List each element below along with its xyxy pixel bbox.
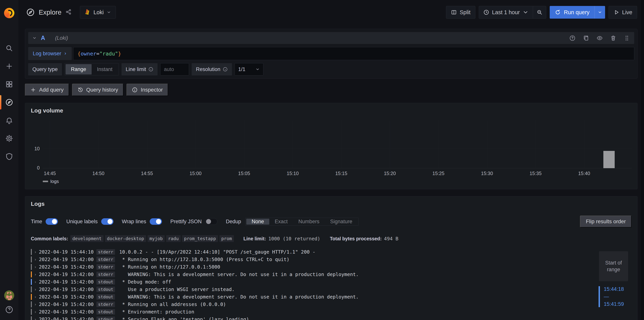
- log-row[interactable]: ›2022-04-19 15:42:00stderr WARNING: This…: [31, 271, 632, 278]
- time-range-label: Last 1 hour: [492, 9, 520, 16]
- info-circle-icon: [132, 87, 138, 93]
- x-tick-label: 14:50: [92, 171, 104, 176]
- range-times-nav[interactable]: 15:44:18 — 15:41:59: [598, 286, 624, 307]
- log-row[interactable]: ›2022-04-19 15:42:00stderr * Running on …: [31, 256, 632, 263]
- run-query-dropdown-button[interactable]: [594, 6, 605, 19]
- split-button[interactable]: Split: [446, 6, 475, 19]
- log-row[interactable]: ›2022-04-19 15:42:00stdout WARNING: This…: [31, 293, 632, 301]
- inspector-button[interactable]: Inspector: [126, 84, 168, 96]
- sidebar-item-help[interactable]: [5, 305, 14, 315]
- flip-results-order-button[interactable]: Flip results order: [580, 216, 632, 227]
- info-circle-icon: [148, 67, 153, 72]
- expand-chevron-icon[interactable]: ›: [34, 257, 36, 262]
- expand-chevron-icon[interactable]: ›: [34, 310, 36, 314]
- log-channel-chip: stdout: [96, 287, 115, 292]
- log-message: Use a production WSGI server instead.: [119, 287, 234, 292]
- expand-chevron-icon[interactable]: ›: [34, 287, 36, 292]
- remove-query-trash-icon[interactable]: [610, 35, 616, 41]
- log-row[interactable]: ›2022-04-19 15:42:00stderr * Running on …: [31, 301, 632, 308]
- dedup-option-exact[interactable]: Exact: [269, 219, 293, 225]
- total-bytes-value: 494 B: [384, 236, 398, 241]
- log-message: * Running on all addresses (0.0.0.0): [119, 301, 226, 307]
- drag-handle-icon[interactable]: [624, 35, 630, 41]
- share-shortlink-button[interactable]: [65, 9, 72, 16]
- expand-chevron-icon[interactable]: ›: [34, 302, 36, 307]
- logs-title: Logs: [31, 201, 632, 207]
- time-range-button[interactable]: Last 1 hour: [479, 6, 533, 19]
- range-to-time: 15:41:59: [604, 301, 624, 307]
- log-row[interactable]: ›2022-04-19 15:42:00stdout * Serving Fla…: [31, 315, 632, 320]
- query-token: "radu": [99, 51, 118, 57]
- hide-query-eye-icon[interactable]: [596, 35, 603, 41]
- dedup-option-none[interactable]: None: [246, 219, 270, 225]
- user-avatar[interactable]: [4, 290, 14, 300]
- log-channel-chip: stderr: [96, 249, 115, 255]
- query-history-button[interactable]: Query history: [72, 84, 124, 96]
- x-tick-label: 15:10: [287, 171, 299, 176]
- dedup-option-signature[interactable]: Signature: [325, 219, 358, 225]
- log-channel-chip: stdout: [96, 294, 115, 300]
- chart-plot-area[interactable]: [43, 120, 632, 168]
- zoom-out-time-button[interactable]: [533, 6, 546, 19]
- log-channel-chip: stderr: [96, 264, 115, 270]
- log-row[interactable]: ›2022-04-19 15:42:00stdout * Environment…: [31, 308, 632, 315]
- chevron-down-icon: [256, 67, 260, 71]
- expand-chevron-icon[interactable]: ›: [34, 272, 36, 277]
- gridline: [341, 120, 342, 168]
- chevron-down-icon: [107, 10, 111, 14]
- collapse-chevron-icon[interactable]: [32, 36, 36, 40]
- toggle-switch[interactable]: [101, 218, 114, 225]
- common-label-chip: docker-desktop: [105, 235, 146, 242]
- log-row[interactable]: ›2022-04-19 15:42:00stdout Use a product…: [31, 286, 632, 293]
- toggle-switch[interactable]: [150, 218, 162, 225]
- sidebar-item-explore[interactable]: [0, 93, 18, 111]
- log-row[interactable]: ›2022-04-19 15:44:10stderr10.0.0.2 - - […: [31, 248, 632, 256]
- query-editor-panel: A (Loki) Log browser: [25, 29, 638, 79]
- chevron-down-icon: [522, 9, 528, 15]
- log-browser-button[interactable]: Log browser: [28, 47, 72, 60]
- query-type-instant[interactable]: Instant: [92, 64, 118, 74]
- grafana-logo[interactable]: [0, 4, 18, 23]
- sidebar-item-dashboards[interactable]: [0, 75, 18, 93]
- log-row[interactable]: ›2022-04-19 15:42:00stderr * Running on …: [31, 263, 632, 271]
- play-icon: [613, 9, 620, 15]
- expand-chevron-icon[interactable]: ›: [34, 265, 36, 269]
- expand-chevron-icon[interactable]: ›: [34, 250, 36, 254]
- sidebar-item-configuration[interactable]: [0, 129, 18, 147]
- chevron-down-icon: [598, 10, 602, 14]
- query-type-range[interactable]: Range: [66, 64, 92, 74]
- log-message: * Serving Flask app 'testapp' (lazy load…: [119, 316, 249, 320]
- datasource-picker[interactable]: Loki: [80, 6, 116, 19]
- query-help-icon[interactable]: [569, 35, 576, 41]
- run-query-button[interactable]: Run query: [550, 6, 594, 19]
- toggle-switch[interactable]: [46, 218, 58, 225]
- expand-chevron-icon[interactable]: ›: [34, 317, 36, 320]
- sidebar-item-alerting[interactable]: [0, 111, 18, 129]
- query-token: }: [118, 51, 121, 57]
- log-row[interactable]: ›2022-04-19 15:42:00stdout * Debug mode:…: [31, 278, 632, 286]
- sidebar-item-server-admin[interactable]: [0, 147, 18, 166]
- log-volume-bar[interactable]: [603, 151, 615, 168]
- legend-item-logs[interactable]: logs: [43, 178, 632, 185]
- scrollbar-track[interactable]: [641, 0, 644, 320]
- resolution-select[interactable]: 1/1: [234, 63, 263, 75]
- live-button[interactable]: Live: [608, 6, 637, 19]
- common-label-chip: radu: [166, 235, 180, 242]
- copy-query-icon[interactable]: [583, 35, 589, 41]
- bell-icon: [5, 116, 13, 124]
- line-limit-input[interactable]: auto: [160, 63, 189, 75]
- expand-chevron-icon[interactable]: ›: [34, 280, 36, 284]
- x-tick-label: 15:40: [578, 171, 590, 176]
- toggle-label: Prettify JSON: [170, 219, 202, 225]
- logql-query-input[interactable]: {owner="radu"}: [73, 47, 634, 60]
- sidebar-item-search[interactable]: [0, 39, 18, 57]
- sidebar-item-create[interactable]: [0, 57, 18, 75]
- range-indicator-bar: [598, 286, 600, 307]
- expand-chevron-icon[interactable]: ›: [34, 295, 36, 299]
- start-of-range-button[interactable]: Start of range: [599, 251, 628, 281]
- sidebar: [0, 0, 18, 320]
- dedup-option-numbers[interactable]: Numbers: [293, 219, 325, 225]
- x-tick-label: 15:35: [530, 171, 542, 176]
- toggle-switch[interactable]: [205, 218, 217, 225]
- add-query-button[interactable]: Add query: [25, 84, 69, 96]
